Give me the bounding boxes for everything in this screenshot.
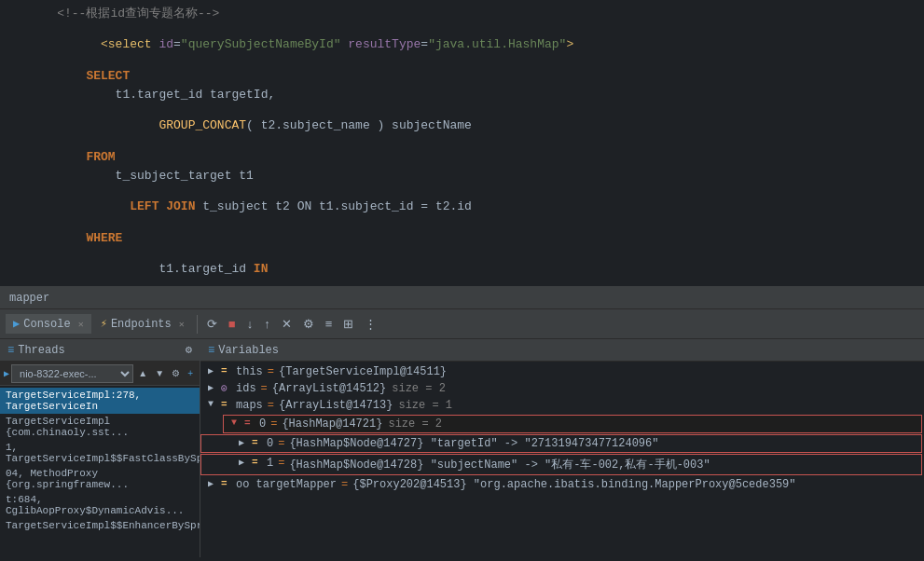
thread-item[interactable]: t:684, CglibAopProxy$DynamicAdvis... [0,492,200,518]
var-name: maps [236,399,263,412]
var-item-maps-0[interactable]: ▼ = 0 = {HashMap@14721} size = 2 [223,415,922,433]
var-item-maps-0-0[interactable]: ▶ = 0 = {HashMap$Node@14727} "targetId" … [200,434,922,453]
var-arrow: ▶ [208,382,219,393]
thread-item[interactable]: 1, TargetServiceImpl$$FastClassBySp... [0,440,200,466]
code-line: LEFT JOIN t_subject t2 ON t1.subject_id … [0,185,924,228]
var-value: {HashMap@14721} [282,417,382,431]
var-type-icon: = [221,399,234,410]
close-console-button[interactable]: ✕ [277,314,297,334]
threads-panel: ≡ Threads ⚙ ▶ nio-8322-exec-... ▲ ▼ ⚙ + … [0,339,200,557]
var-item-this[interactable]: ▶ = this = {TargetServiceImpl@14511} [200,363,924,380]
var-type-icon: ⊙ [221,382,234,394]
thread-up-button[interactable]: ▲ [135,367,150,379]
var-value: {$Proxy202@14513} "org.apache.ibatis.bin… [352,478,795,491]
thread-item-label: TargetServiceImpl$$EnhancerBySprini... [6,520,200,531]
console-tab-close[interactable]: ✕ [78,319,84,330]
more-button[interactable]: ⋮ [360,314,381,334]
endpoints-tab-label: Endpoints [111,318,172,331]
var-eq: = [338,478,351,491]
thread-item-label: TargetServiceImpl {com.chinaoly.sst... [6,416,194,438]
var-type-icon: = [252,457,265,468]
code-line: GROUP_CONCAT( t2.subject_name ) subjectN… [0,103,924,147]
console-tab[interactable]: ▶ Console ✕ [6,314,91,334]
thread-add-button[interactable]: + [185,367,196,379]
threads-toolbar: ▶ nio-8322-exec-... ▲ ▼ ⚙ + [0,362,200,386]
code-line: <!--根据id查询专题名称--> [0,4,924,22]
rerun-button[interactable]: ⟳ [202,314,222,334]
format-button[interactable]: ≡ [321,314,338,334]
var-arrow: ▶ [208,365,219,376]
var-type-icon: = [221,365,234,376]
code-line: FROM [0,147,924,166]
code-line: SELECT [0,66,924,85]
code-line: <select id="querySubjectNameById" result… [0,22,924,66]
endpoints-tab[interactable]: ⚡ Endpoints ✕ [93,314,192,334]
thread-dropdown[interactable]: nio-8322-exec-... [11,364,133,383]
thread-item-label: TargetServiceImpl:278, TargetServiceIn [6,390,194,412]
var-value: {ArrayList@14512} [272,382,386,395]
console-tab-icon: ▶ [13,317,20,331]
var-type-icon: = [221,478,234,489]
var-name: 0 [267,437,273,450]
thread-item[interactable]: TargetServiceImpl:278, TargetServiceIn [0,388,200,414]
thread-filter-button[interactable]: ⚙ [169,367,183,379]
grid-button[interactable]: ⊞ [338,314,358,334]
mapper-bar: mapper [0,287,924,309]
code-editor: <!--根据id查询专题名称--> <select id="querySubje… [0,0,924,287]
var-arrow: ▶ [239,437,250,448]
code-line: t1.target_id IN [0,247,924,287]
variables-header: ≡ Variables [200,339,924,362]
var-eq: = [275,437,287,450]
thread-item[interactable]: TargetServiceImpl {com.chinaoly.sst... [0,414,200,440]
debug-toolbar: ▶ Console ✕ ⚡ Endpoints ✕ ⟳ ■ ↓ ↑ ✕ ⚙ ≡ … [0,309,924,339]
thread-arrow-icon: ▶ [4,368,9,379]
var-type-icon: = [252,437,265,448]
thread-item-label: 04, MethodProxy {org.springframew... [6,468,194,490]
var-item-ids[interactable]: ▶ ⊙ ids = {ArrayList@14512} size = 2 [200,380,924,397]
var-eq: = [258,382,270,395]
var-arrow: ▼ [208,399,219,409]
mapper-label: mapper [9,292,49,305]
threads-header: ≡ Threads ⚙ [0,339,200,362]
var-name: oo targetMapper [236,478,337,491]
var-item-target-mapper[interactable]: ▶ = oo targetMapper = {$Proxy202@14513} … [200,476,924,493]
filter-button[interactable]: ⚙ [298,314,319,334]
endpoints-tab-close[interactable]: ✕ [179,319,185,330]
var-item-maps[interactable]: ▼ = maps = {ArrayList@14713} size = 1 [200,397,924,414]
var-value: {TargetServiceImpl@14511} [279,365,447,378]
var-item-maps-0-1[interactable]: ▶ = 1 = {HashMap$Node@14728} "subjectNam… [200,454,922,475]
var-size: size = 2 [388,417,442,431]
var-size: size = 1 [398,399,452,412]
var-name: 0 [259,417,266,431]
var-value: {HashMap$Node@14727} "targetId" -> "2713… [289,437,658,450]
toolbar-separator [197,315,198,334]
console-tab-label: Console [23,318,70,331]
thread-item[interactable]: 04, MethodProxy {org.springframew... [0,466,200,492]
code-line: WHERE [0,228,924,247]
variables-panel: ≡ Variables ▶ = this = {TargetServiceImp… [200,339,924,557]
variables-icon: ≡ [208,344,214,357]
var-size: size = 2 [392,382,446,395]
thread-item-label: 1, TargetServiceImpl$$FastClassBySp... [6,442,200,464]
var-eq: = [275,457,287,470]
var-type-icon: = [244,417,257,429]
thread-item-label: t:684, CglibAopProxy$DynamicAdvis... [6,494,194,516]
var-value: {HashMap$Node@14728} "subjectName" -> "私… [289,457,710,472]
thread-down-button[interactable]: ▼ [152,367,167,379]
var-arrow: ▼ [231,417,242,428]
stop-button[interactable]: ■ [224,314,241,334]
restore-layout-button[interactable]: ↓ [242,314,258,334]
var-arrow: ▶ [208,478,219,489]
var-name: this [236,365,263,378]
threads-settings-icon[interactable]: ⚙ [186,343,192,357]
var-name: 1 [267,457,273,470]
threads-icon: ≡ [7,344,14,357]
var-value: {ArrayList@14713} [279,399,393,412]
code-line: t_subject_target t1 [0,166,924,185]
var-arrow: ▶ [239,457,250,468]
step-over-button[interactable]: ↑ [259,314,275,334]
variables-title: Variables [218,344,279,357]
thread-item[interactable]: TargetServiceImpl$$EnhancerBySprini... [0,518,200,533]
debug-panel: ≡ Threads ⚙ ▶ nio-8322-exec-... ▲ ▼ ⚙ + … [0,339,924,557]
var-eq: = [265,399,277,412]
